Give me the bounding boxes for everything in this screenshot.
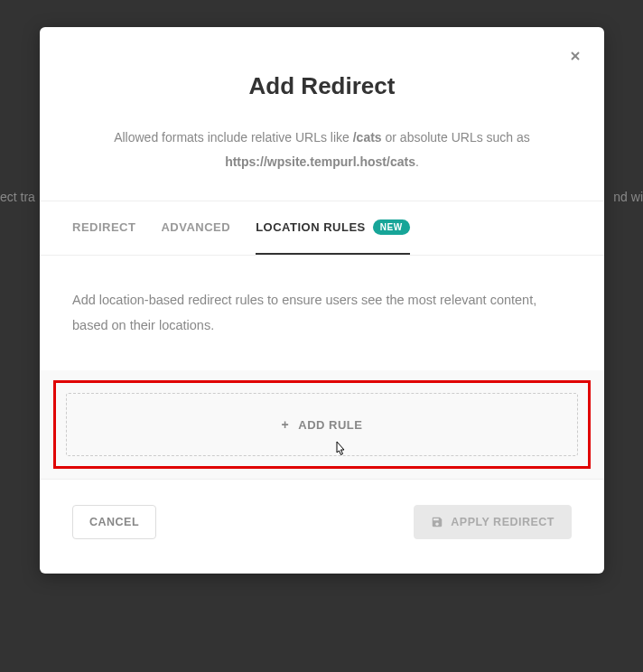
tab-location-rules-label: LOCATION RULES: [256, 220, 366, 234]
location-rules-description: Add location-based redirect rules to ens…: [72, 288, 572, 338]
modal-title: Add Redirect: [76, 72, 568, 100]
subtitle-bold-1: /cats: [353, 130, 382, 145]
tab-advanced[interactable]: ADVANCED: [161, 201, 230, 255]
highlight-box: + ADD RULE: [53, 380, 591, 469]
background-text-right: nd wi: [613, 190, 643, 204]
subtitle-mid: or absolute URLs such as: [382, 130, 530, 145]
modal-header: Add Redirect Allowed formats include rel…: [40, 27, 604, 201]
modal-subtitle: Allowed formats include relative URLs li…: [76, 126, 568, 173]
cancel-button[interactable]: CANCEL: [72, 505, 156, 539]
tab-content: Add location-based redirect rules to ens…: [40, 256, 604, 370]
save-icon: [431, 516, 443, 528]
background-text-left: ect tra: [0, 190, 35, 204]
close-icon: [568, 49, 582, 63]
tab-location-rules[interactable]: LOCATION RULES NEW: [256, 201, 409, 255]
plus-icon: +: [282, 417, 290, 432]
new-badge: NEW: [373, 219, 410, 235]
tab-redirect[interactable]: REDIRECT: [72, 201, 135, 255]
tabs-container: REDIRECT ADVANCED LOCATION RULES NEW: [40, 201, 604, 256]
subtitle-bold-2: https://wpsite.tempurl.host/cats: [225, 154, 415, 169]
add-rule-label: ADD RULE: [298, 418, 362, 432]
modal-footer: CANCEL APPLY REDIRECT: [40, 479, 604, 574]
close-button[interactable]: [566, 47, 584, 65]
apply-redirect-label: APPLY REDIRECT: [451, 516, 554, 528]
apply-redirect-button[interactable]: APPLY REDIRECT: [414, 505, 572, 539]
add-redirect-modal: Add Redirect Allowed formats include rel…: [40, 27, 604, 574]
subtitle-suffix: .: [415, 154, 419, 169]
rule-section: + ADD RULE: [40, 370, 604, 479]
subtitle-prefix: Allowed formats include relative URLs li…: [114, 130, 353, 145]
add-rule-button[interactable]: + ADD RULE: [66, 393, 578, 456]
